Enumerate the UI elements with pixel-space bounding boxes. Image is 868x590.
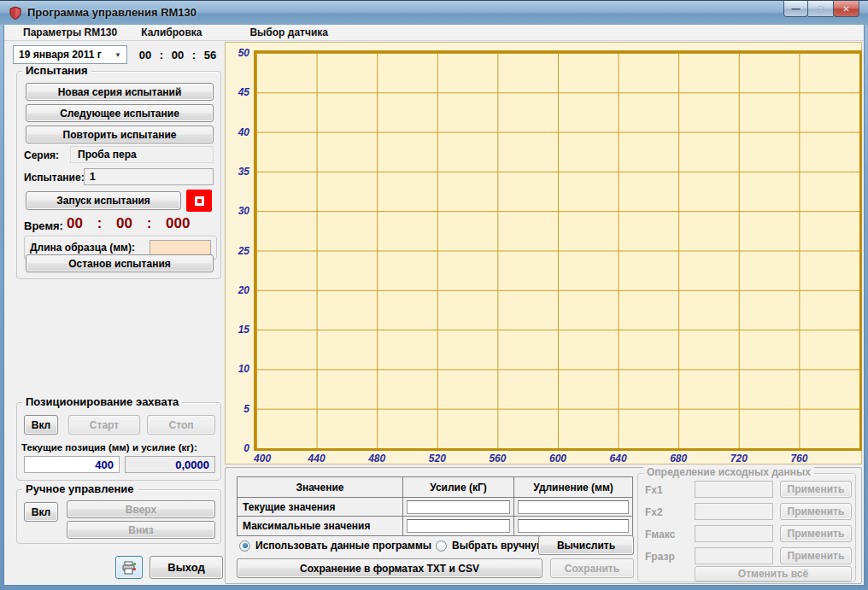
series-value-field: Проба пера	[70, 146, 214, 163]
save-button[interactable]: Сохранить	[550, 558, 634, 578]
jog-down-button[interactable]: Вниз	[67, 521, 215, 539]
current-values-label: Текущие позиция (мм) и усилие (кг):	[21, 442, 197, 453]
cancel-all-button[interactable]: Отменить всё	[695, 566, 852, 581]
positioning-on-button[interactable]: Вкл	[24, 415, 58, 435]
plot-area	[254, 50, 862, 451]
jog-up-button[interactable]: Вверх	[67, 500, 215, 518]
positioning-start-button[interactable]: Старт	[68, 415, 140, 435]
radio-use-program-data[interactable]: Использовать данные программы	[239, 540, 431, 552]
frazr-label: Fразр	[645, 551, 675, 563]
frazr-input[interactable]	[695, 547, 773, 564]
manual-group-title: Ручное управление	[22, 482, 138, 495]
radio-unselected-icon	[436, 540, 447, 552]
menubar: Параметры RM130 Калибровка Выбор датчика	[4, 25, 864, 41]
titlebar[interactable]: Программа управления RM130 — ▢ ✕	[0, 1, 868, 25]
radio-select-manually[interactable]: Выбрать вручную	[436, 540, 545, 552]
y-tick: 35	[238, 166, 249, 178]
x-tick: 440	[308, 453, 326, 464]
menu-item-parameters[interactable]: Параметры RM130	[23, 26, 117, 38]
y-tick: 45	[238, 86, 249, 98]
menu-item-sensor-select[interactable]: Выбор датчика	[249, 26, 328, 38]
y-tick: 15	[238, 324, 249, 336]
manual-group: Ручное управление Вкл Вверх Вниз	[16, 489, 221, 544]
table-header-force: Усилие (кГ)	[403, 477, 514, 498]
app-window: Программа управления RM130 — ▢ ✕ Парамет…	[0, 0, 868, 590]
test-stopped-indicator	[186, 190, 212, 212]
maximize-button: ▢	[808, 1, 833, 17]
fx1-label: Fx1	[645, 484, 663, 496]
test-number-field[interactable]: 1	[84, 168, 214, 185]
menu-item-calibration[interactable]: Калибровка	[141, 26, 202, 38]
calculate-button[interactable]: Вычислить	[538, 535, 634, 555]
printer-icon	[121, 561, 137, 575]
radio-selected-icon	[239, 540, 250, 552]
start-test-button[interactable]: Запуск испытания	[26, 191, 181, 210]
fx2-apply-button[interactable]: Применить	[780, 503, 852, 520]
repeat-test-button[interactable]: Повторить испытание	[26, 126, 214, 143]
y-tick: 25	[238, 245, 249, 257]
initial-data-group: Определение исходных данных Fx1 Применит…	[637, 473, 856, 582]
minimize-button[interactable]: —	[783, 1, 808, 17]
next-test-button[interactable]: Следующее испытание	[26, 104, 214, 122]
y-tick: 0	[243, 442, 249, 454]
tests-group-title: Испытания	[22, 64, 91, 77]
stop-test-button[interactable]: Останов испытания	[26, 254, 214, 272]
table-cell-max-force[interactable]	[403, 517, 514, 535]
initial-data-title: Определение исходных данных	[643, 466, 814, 478]
x-tick: 640	[610, 453, 627, 464]
table-header-elongation: Удлинение (мм)	[514, 477, 632, 498]
chart-panel: 50 45 40 35 30 25 20 15 10 5 0 400 440 4…	[225, 42, 862, 464]
stop-square-icon	[195, 196, 204, 206]
sample-length-label: Длина образца (мм):	[30, 242, 135, 254]
fmax-input[interactable]	[695, 525, 773, 542]
x-tick: 680	[670, 453, 687, 464]
time-label: Время:	[24, 219, 63, 232]
positioning-group-title: Позиционирование эахвата	[22, 395, 182, 408]
client-area: Параметры RM130 Калибровка Выбор датчика…	[3, 25, 865, 586]
exit-button[interactable]: Выход	[150, 556, 223, 579]
results-table: Значение Усилие (кГ) Удлинение (мм) Теку…	[237, 476, 633, 536]
x-tick: 600	[549, 453, 566, 464]
manual-on-button[interactable]: Вкл	[24, 502, 58, 522]
table-cell-current-elongation[interactable]	[514, 498, 632, 517]
fx2-input[interactable]	[695, 503, 773, 520]
fx1-apply-button[interactable]: Применить	[780, 481, 852, 498]
table-cell-current-force[interactable]	[403, 498, 514, 517]
close-button[interactable]: ✕	[833, 1, 859, 17]
chevron-down-icon[interactable]: ▼	[114, 51, 121, 59]
y-tick: 50	[238, 47, 249, 59]
x-tick: 720	[730, 453, 748, 464]
clock-display: 00 : 00 : 56	[132, 45, 223, 64]
save-formats-button[interactable]: Сохранение в форматах TXT и CSV	[237, 558, 542, 578]
table-row-current-label: Текущие значения	[238, 498, 403, 517]
y-tick: 40	[238, 126, 249, 138]
y-tick: 10	[238, 363, 249, 375]
x-tick: 560	[489, 453, 506, 464]
print-button[interactable]	[115, 556, 143, 579]
x-tick: 480	[368, 453, 385, 464]
tests-group: Испытания Новая серия испытаний Следующе…	[16, 71, 221, 279]
fmax-apply-button[interactable]: Применить	[780, 525, 852, 542]
table-cell-max-elongation[interactable]	[514, 517, 632, 535]
date-picker[interactable]: 19 января 2011 г ▼	[13, 45, 127, 64]
position-value-field[interactable]: 400	[24, 456, 120, 473]
frazr-apply-button[interactable]: Применить	[780, 547, 852, 564]
y-tick: 5	[243, 403, 249, 415]
sample-length-input[interactable]	[150, 240, 211, 255]
y-tick: 20	[238, 284, 249, 296]
y-axis-labels: 50 45 40 35 30 25 20 15 10 5 0	[226, 53, 251, 448]
new-series-button[interactable]: Новая серия испытаний	[26, 83, 214, 101]
test-time-display: 00 : 00 : 000	[67, 215, 190, 232]
x-axis-labels: 400 440 480 520 560 600 640 680 720 760	[256, 453, 859, 466]
results-panel: Значение Усилие (кГ) Удлинение (мм) Теку…	[225, 467, 862, 584]
positioning-group: Позиционирование эахвата Вкл Старт Стоп …	[16, 402, 221, 481]
table-row-max-label: Максимальные значения	[238, 517, 403, 535]
x-tick: 400	[254, 453, 271, 464]
window-title: Программа управления RM130	[27, 6, 196, 19]
x-tick: 520	[429, 453, 446, 464]
date-value: 19 января 2011 г	[19, 49, 102, 61]
positioning-stop-button[interactable]: Стоп	[147, 415, 215, 435]
fx1-input[interactable]	[695, 481, 773, 498]
test-number-label: Испытание:	[24, 172, 85, 184]
y-tick: 30	[238, 205, 249, 217]
